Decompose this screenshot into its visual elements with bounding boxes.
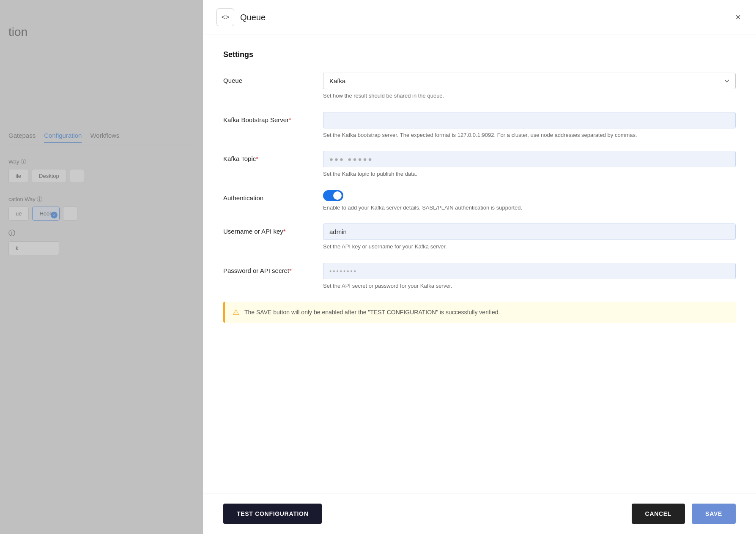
username-row: Username or API key* Set the API key or … <box>223 223 736 251</box>
modal-header-left: <> Queue <box>216 8 266 26</box>
password-label: Password or API secret* <box>223 263 316 274</box>
password-hint: Set the API secret or password for your … <box>323 282 736 290</box>
modal-title: Queue <box>240 13 266 22</box>
bootstrap-server-row: Kafka Bootstrap Server* Set the Kafka bo… <box>223 112 736 139</box>
modal-panel: <> Queue × Settings Queue Kafka Set how … <box>203 0 756 534</box>
bootstrap-server-label: Kafka Bootstrap Server* <box>223 112 316 123</box>
save-button[interactable]: SAVE <box>692 504 736 524</box>
kafka-topic-input[interactable] <box>323 151 736 167</box>
queue-hint: Set how the result should be shared in t… <box>323 92 736 100</box>
footer-left: TEST CONFIGURATION <box>223 504 322 524</box>
queue-label: Queue <box>223 73 316 84</box>
toggle-track[interactable] <box>323 190 343 201</box>
warning-text: The SAVE button will only be enabled aft… <box>244 308 500 317</box>
code-icon-box: <> <box>216 8 234 26</box>
warning-banner: ⚠ The SAVE button will only be enabled a… <box>223 302 736 323</box>
cancel-button[interactable]: CANCEL <box>632 504 685 524</box>
username-hint: Set the API key or username for your Kaf… <box>323 242 736 251</box>
test-configuration-button[interactable]: TEST CONFIGURATION <box>223 504 322 524</box>
password-required: * <box>289 267 292 274</box>
warning-icon: ⚠ <box>233 308 239 317</box>
kafka-topic-right: Set the Kafka topic to publish the data. <box>323 151 736 178</box>
section-title: Settings <box>223 50 736 59</box>
kafka-topic-label: Kafka Topic* <box>223 151 316 162</box>
dim-overlay <box>0 0 203 534</box>
close-button[interactable]: × <box>734 11 742 24</box>
auth-toggle[interactable] <box>323 190 343 201</box>
password-input[interactable] <box>323 263 736 279</box>
authentication-label: Authentication <box>223 190 316 202</box>
modal-body: Settings Queue Kafka Set how the result … <box>203 35 756 493</box>
footer-right: CANCEL SAVE <box>632 504 736 524</box>
password-right: Set the API secret or password for your … <box>323 263 736 290</box>
modal-footer: TEST CONFIGURATION CANCEL SAVE <box>203 493 756 534</box>
topic-required: * <box>256 155 258 162</box>
modal-header: <> Queue × <box>203 0 756 35</box>
kafka-topic-hint: Set the Kafka topic to publish the data. <box>323 170 736 178</box>
bootstrap-server-input[interactable] <box>323 112 736 128</box>
bootstrap-required: * <box>289 116 291 123</box>
auth-toggle-row <box>323 190 736 201</box>
queue-right: Kafka Set how the result should be share… <box>323 73 736 100</box>
username-right: Set the API key or username for your Kaf… <box>323 223 736 251</box>
username-input[interactable] <box>323 223 736 240</box>
authentication-row: Authentication Enable to add your Kafka … <box>223 190 736 212</box>
code-icon: <> <box>222 14 230 21</box>
username-required: * <box>283 228 286 235</box>
queue-select[interactable]: Kafka <box>323 73 736 89</box>
auth-hint: Enable to add your Kafka server details.… <box>323 204 736 212</box>
authentication-right: Enable to add your Kafka server details.… <box>323 190 736 212</box>
kafka-topic-row: Kafka Topic* Set the Kafka topic to publ… <box>223 151 736 178</box>
password-row: Password or API secret* Set the API secr… <box>223 263 736 290</box>
username-label: Username or API key* <box>223 223 316 235</box>
toggle-thumb <box>333 191 342 200</box>
bootstrap-hint: Set the Kafka bootstrap server. The expe… <box>323 131 736 139</box>
bootstrap-server-right: Set the Kafka bootstrap server. The expe… <box>323 112 736 139</box>
queue-row: Queue Kafka Set how the result should be… <box>223 73 736 100</box>
